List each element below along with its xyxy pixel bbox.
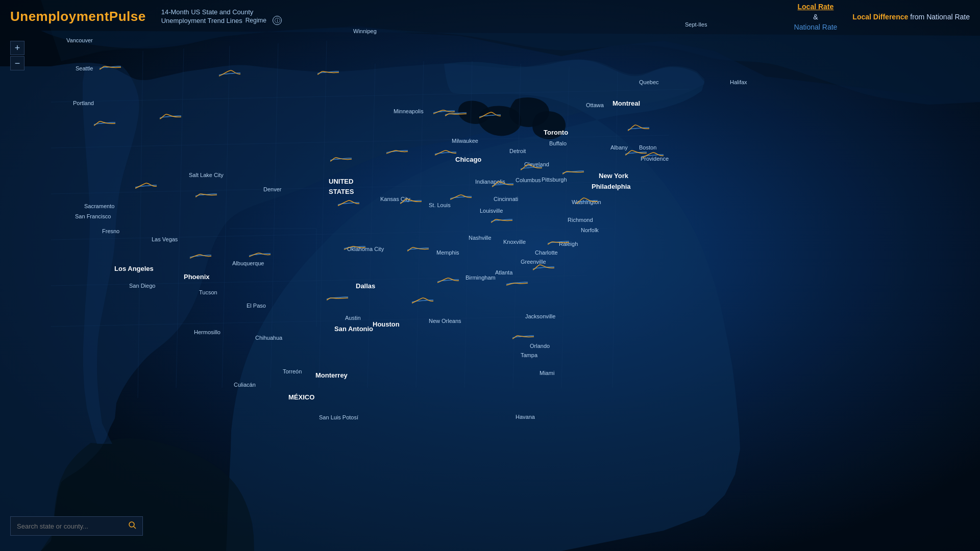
sparkline-sp-portland — [93, 117, 116, 129]
sparkline-sp-tn — [490, 214, 513, 226]
sparkline-sp-tx-w — [326, 292, 349, 303]
search-input[interactable] — [17, 522, 128, 530]
sparkline-sp-ma — [641, 149, 665, 161]
svg-line-21 — [134, 527, 136, 529]
sparkline-sp-al — [436, 274, 460, 286]
sparkline-sp-montana1 — [218, 68, 241, 79]
sparkline-sp-ne — [329, 153, 353, 164]
svg-point-20 — [129, 522, 134, 527]
sparkline-sp-va — [575, 195, 599, 207]
info-icon[interactable]: ⓘ — [273, 16, 282, 25]
sparkline-sp-ok — [343, 241, 366, 253]
legend-diff: Local Difference from National Rate — [852, 13, 970, 21]
sparkline-sp-az — [189, 250, 212, 261]
legend-area: Local Rate & National Rate Local Differe… — [794, 3, 970, 31]
sparkline-sp-wi — [444, 108, 468, 119]
sparkline-sp-idaho — [159, 111, 182, 122]
sparkline-sp-oh — [520, 162, 543, 173]
sparkline-sp-ga — [505, 277, 529, 288]
sparkline-sp-mi — [491, 179, 514, 190]
app-title: UnemploymentPulse — [10, 9, 146, 24]
sparkline-sp-nd — [316, 66, 340, 78]
sparkline-sp-la — [449, 191, 473, 203]
sparkline-sp-ar — [406, 243, 430, 254]
map-container: VancouverSeattlePortlandSacramentoSan Fr… — [0, 0, 980, 551]
sparkline-sp-mi-upper — [478, 110, 502, 121]
legend-local-diff-text[interactable]: Local Difference — [852, 13, 908, 21]
sparkline-sp-pa — [561, 166, 585, 177]
sparkline-sp-co — [194, 189, 218, 200]
sparkline-sp-il — [399, 195, 423, 207]
sparkline-sp-fl — [511, 331, 535, 342]
sparkline-sp-tx-e — [411, 295, 434, 306]
legend-from-national-text: from National Rate — [910, 13, 970, 21]
legend-national-rate-text[interactable]: National Rate — [794, 23, 838, 31]
regime-label: Regime — [246, 17, 266, 24]
sparkline-sp-nc — [547, 236, 570, 247]
sparkline-sp-ia — [385, 145, 409, 157]
map-svg — [0, 0, 980, 551]
sparkline-sp-ny — [627, 122, 650, 134]
legend-and-text: & — [813, 13, 818, 21]
legend-local-national: Local Rate & National Rate — [794, 3, 838, 31]
header: UnemploymentPulse 14-Month US State and … — [0, 0, 980, 33]
sparkline-sp-nm — [248, 248, 272, 260]
sparkline-sp-ks — [337, 197, 360, 209]
zoom-controls: + − — [10, 41, 24, 70]
zoom-out-button[interactable]: − — [10, 56, 24, 70]
subtitle-line2: Unemployment Trend Lines — [161, 17, 242, 24]
subtitle-area: 14-Month US State and County Unemploymen… — [161, 8, 282, 25]
subtitle-line1: 14-Month US State and County — [161, 8, 282, 16]
sparkline-sp-mn2 — [434, 147, 457, 158]
search-icon[interactable] — [128, 521, 136, 531]
zoom-in-button[interactable]: + — [10, 41, 24, 55]
legend-local-rate-text[interactable]: Local Rate — [798, 3, 834, 11]
sparkline-sp-seattle — [99, 61, 122, 72]
search-box — [10, 516, 143, 536]
sparkline-sp-salt-lake — [134, 180, 158, 191]
search-container — [10, 516, 143, 536]
sparkline-sp-sc — [532, 262, 555, 273]
